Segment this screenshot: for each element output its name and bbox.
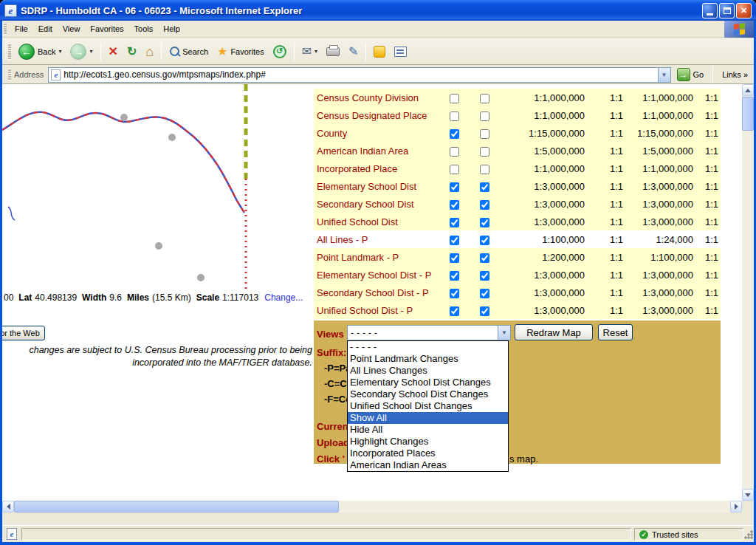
discuss-icon xyxy=(394,47,407,57)
combo-arrow-icon[interactable]: ▼ xyxy=(498,326,510,340)
menu-tools[interactable]: Tools xyxy=(129,21,159,36)
go-button[interactable]: → Go xyxy=(674,68,710,81)
layer-display-checkbox[interactable] xyxy=(450,253,459,263)
layer-label-checkbox[interactable] xyxy=(480,129,489,139)
view-option[interactable]: Incorporated Places xyxy=(348,448,508,459)
layer-display-checkbox[interactable] xyxy=(450,306,459,316)
scroll-left-button[interactable] xyxy=(2,501,14,513)
table-row: Point Landmark - P 1:200,000 1:1 1:100,0… xyxy=(314,248,721,266)
links-button[interactable]: Links » xyxy=(716,70,754,79)
layer-label-checkbox[interactable] xyxy=(480,236,489,245)
mail-button[interactable]: ✉ ▾ xyxy=(298,44,322,59)
layer-label-checkbox[interactable] xyxy=(480,147,489,157)
views-combobox[interactable]: - - - - - ▼ xyxy=(347,325,511,340)
window-border-bottom xyxy=(0,542,756,545)
address-url[interactable]: http://ecots1.geo.census.gov/mtpsmaps/in… xyxy=(63,69,657,80)
view-option[interactable]: Point Landmark Changes xyxy=(348,353,508,365)
layer-display-checkbox[interactable] xyxy=(450,112,459,121)
layer-display-checkbox[interactable] xyxy=(450,236,459,245)
views-combobox-value: - - - - - xyxy=(348,327,498,338)
menu-favorites[interactable]: Favorites xyxy=(85,21,128,36)
view-option[interactable]: Secondary School Dist Changes xyxy=(348,388,508,400)
refresh-button[interactable]: ↻ xyxy=(123,44,141,59)
km-value: (15.5 Km) xyxy=(152,292,191,303)
mail-dropdown-icon[interactable]: ▾ xyxy=(315,48,317,55)
stop-button[interactable]: ✕ xyxy=(104,44,123,59)
for-the-web-button[interactable]: or the Web xyxy=(2,326,45,340)
forward-dropdown-icon[interactable]: ▾ xyxy=(89,48,92,55)
view-option[interactable]: Unified School Dist Changes xyxy=(348,400,508,412)
view-option[interactable]: Elementary School Dist Changes xyxy=(348,377,508,388)
print-button[interactable] xyxy=(322,46,344,58)
map-canvas[interactable] xyxy=(2,84,250,289)
horizontal-scrollbar[interactable] xyxy=(2,501,742,513)
minimize-button[interactable] xyxy=(702,3,718,18)
layer-display-checkbox[interactable] xyxy=(450,182,459,192)
history-button[interactable]: ↺ xyxy=(269,44,291,60)
reset-button[interactable]: Reset xyxy=(598,324,633,340)
resize-grip[interactable] xyxy=(744,530,753,539)
view-option[interactable]: American Indian Areas xyxy=(348,459,508,471)
messenger-button[interactable] xyxy=(369,44,390,59)
layer-label-checkbox[interactable] xyxy=(480,182,489,192)
layer-display-checkbox[interactable] xyxy=(450,289,459,298)
favorites-button[interactable]: ★ Favorites xyxy=(213,44,269,59)
view-option[interactable]: Highlight Changes xyxy=(348,436,508,448)
layer-label-checkbox[interactable] xyxy=(480,306,489,316)
layer-label-checkbox[interactable] xyxy=(480,200,489,210)
layer-display-checkbox[interactable] xyxy=(450,271,459,281)
scroll-right-button[interactable] xyxy=(730,501,742,513)
address-dropdown-icon[interactable]: ▼ xyxy=(658,68,670,82)
view-option[interactable]: Hide All xyxy=(348,424,508,436)
layer-label-checkbox[interactable] xyxy=(480,253,489,263)
scale-out: 1:3,000,000 xyxy=(504,287,585,298)
vertical-scrollbar[interactable] xyxy=(742,84,754,501)
layer-label-checkbox[interactable] xyxy=(480,289,489,298)
layer-display-checkbox[interactable] xyxy=(450,94,459,103)
layer-label-checkbox[interactable] xyxy=(480,218,489,227)
search-button[interactable]: Search xyxy=(165,45,213,58)
scale-out: 1:3,000,000 xyxy=(504,181,585,192)
scale-out: 1:1,000,000 xyxy=(504,92,585,103)
layer-display-checkbox[interactable] xyxy=(450,218,459,227)
layer-label-checkbox[interactable] xyxy=(480,165,489,174)
layer-display-checkbox[interactable] xyxy=(450,200,459,210)
scroll-up-button[interactable] xyxy=(742,84,754,96)
menu-help[interactable]: Help xyxy=(158,21,185,36)
layer-display-checkbox[interactable] xyxy=(450,165,459,174)
back-button[interactable]: ← Back ▾ xyxy=(14,42,66,61)
layer-label-checkbox[interactable] xyxy=(480,112,489,121)
view-option[interactable]: All Lines Changes xyxy=(348,365,508,377)
menu-file[interactable]: File xyxy=(10,21,33,36)
address-separator xyxy=(712,66,713,83)
scale-label: Scale xyxy=(196,292,219,303)
change-scale-link[interactable]: Change... xyxy=(264,292,303,303)
forward-button[interactable]: → ▾ xyxy=(66,42,97,61)
menu-view[interactable]: View xyxy=(58,21,86,36)
address-input[interactable]: e http://ecots1.geo.census.gov/mtpsmaps/… xyxy=(48,67,670,83)
layer-display-checkbox[interactable] xyxy=(450,147,459,157)
discuss-button[interactable] xyxy=(390,45,411,58)
trusted-sites-icon: ✓ xyxy=(639,530,648,539)
menu-edit[interactable]: Edit xyxy=(33,21,58,36)
maximize-button[interactable] xyxy=(719,3,735,18)
ratio-in: 1:1 xyxy=(693,92,721,103)
layer-label-checkbox[interactable] xyxy=(480,94,489,103)
view-option-highlighted[interactable]: Show All xyxy=(348,412,508,424)
ratio-out: 1:1 xyxy=(585,128,623,139)
redraw-map-button[interactable]: Redraw Map xyxy=(515,324,593,340)
view-option[interactable]: - - - - - xyxy=(348,341,508,353)
close-button[interactable]: ✕ xyxy=(736,3,752,18)
upload-fragment: Upload xyxy=(317,437,349,448)
back-dropdown-icon[interactable]: ▾ xyxy=(58,48,61,55)
scale-out: 1:3,000,000 xyxy=(504,270,585,281)
layer-label-checkbox[interactable] xyxy=(480,271,489,281)
home-button[interactable]: ⌂ xyxy=(141,44,158,59)
layer-display-checkbox[interactable] xyxy=(450,129,459,139)
edit-button[interactable]: ✎ xyxy=(344,44,362,59)
scale-in: 1:3,000,000 xyxy=(623,199,693,210)
table-row: Elementary School Dist - P 1:3,000,000 1… xyxy=(314,266,721,284)
horizontal-scroll-thumb[interactable] xyxy=(14,501,339,513)
scroll-down-button[interactable] xyxy=(742,489,754,501)
vertical-scroll-thumb[interactable] xyxy=(742,97,754,131)
